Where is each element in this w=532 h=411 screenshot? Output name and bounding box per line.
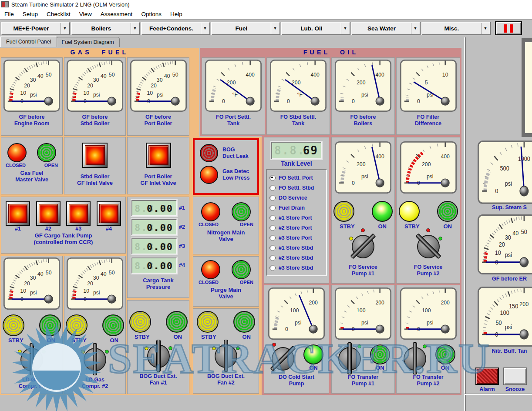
radio-icon[interactable]	[269, 195, 276, 201]
pause-button[interactable]	[495, 21, 522, 35]
svg-text:40: 40	[512, 230, 519, 237]
closed-lamp	[201, 202, 220, 221]
svg-text:50: 50	[109, 72, 115, 78]
tank-option[interactable]: FO Settl. Port	[269, 173, 323, 183]
svg-text:0: 0	[495, 187, 498, 194]
cargo-pump-4-button[interactable]	[97, 201, 121, 226]
svg-text:20: 20	[87, 281, 93, 287]
chevron-down-icon[interactable]: ▼	[131, 23, 139, 34]
radio-icon[interactable]	[269, 255, 276, 261]
alarm-button[interactable]	[475, 368, 499, 385]
fo-transfer-pump-1-switch[interactable]	[336, 344, 363, 372]
snooze-button[interactable]	[503, 368, 527, 385]
fuel-oil-panel-lower: 8.8. 69 Tank Level FO Settl. Port FO Set…	[262, 136, 461, 395]
bog-duct-ext-fan-2-switch[interactable]	[212, 342, 239, 370]
tank-option[interactable]: #2 Store Stbd	[269, 253, 323, 263]
combo-lub-oil[interactable]: Lub. Oil▼	[281, 22, 350, 35]
radio-icon[interactable]	[269, 265, 276, 271]
combo-boilers[interactable]: Boilers▼	[71, 22, 140, 35]
on-lamp	[370, 344, 390, 364]
svg-text:5: 5	[424, 80, 428, 86]
combo-misc[interactable]: Misc.▼	[421, 22, 491, 35]
fo-service-pump-1-switch[interactable]	[350, 232, 377, 260]
svg-text:50: 50	[495, 319, 502, 326]
svg-text:10: 10	[147, 90, 153, 96]
tab-fuel-control-panel[interactable]: Fuel Control Panel	[0, 36, 57, 47]
menu-file[interactable]: File	[0, 10, 18, 18]
tank-option[interactable]: #1 Store Port	[269, 213, 323, 223]
tank-option[interactable]: #1 Store Stbd	[269, 243, 323, 253]
cargo-pressure-display-3: 8.8.80.00	[131, 238, 177, 254]
fo-service-pump-2-cell: 0200400psi STBY ON FO Service Pump #2	[396, 137, 460, 284]
fo-transfer-pump-2-gauge: 0100200psi	[400, 287, 457, 342]
svg-text:150: 150	[509, 303, 518, 310]
tank-option[interactable]: Fuel Drain	[269, 203, 323, 213]
chevron-down-icon[interactable]: ▼	[411, 23, 419, 34]
gas-fuel-master-valve-cell: CLOSED OPEN Gas Fuel Master Valve	[1, 137, 63, 194]
chevron-down-icon[interactable]: ▼	[481, 23, 489, 34]
gas-fuel-header: GAS FUEL	[0, 49, 199, 56]
svg-text:10: 10	[84, 288, 90, 294]
svg-text:1000: 1000	[518, 155, 530, 162]
radio-icon[interactable]	[269, 215, 276, 221]
combo-me-e-power[interactable]: ME+E-Power▼	[1, 22, 70, 35]
svg-text:100: 100	[422, 307, 431, 314]
tab-fuel-system-diagram[interactable]: Fuel System Diagram	[56, 37, 120, 47]
svg-text:40: 40	[37, 73, 44, 79]
chevron-down-icon[interactable]: ▼	[201, 23, 209, 34]
fo-before-boilers-gauge: 0200400psi	[334, 59, 392, 114]
purge-main-valve-cell: CLOSED OPEN Purge Main Valve	[193, 256, 259, 307]
window-title: Steam Turbine Simulator 2 LNG (OLM Versi…	[11, 1, 130, 8]
fo-before-boilers-cell: 0200400psi FO before Boilers	[331, 57, 395, 135]
gf-before-stbd-boiler-gauge: 01020304050psi	[66, 59, 124, 114]
fo-transfer-pump-1-gauge: 0100200psi	[334, 287, 392, 342]
radio-icon[interactable]	[269, 175, 276, 181]
radio-icon[interactable]	[269, 235, 276, 241]
svg-text:30: 30	[505, 234, 511, 241]
menu-checklist[interactable]: Checklist	[42, 10, 75, 18]
svg-text:40: 40	[101, 271, 107, 277]
svg-text:psi: psi	[156, 92, 163, 98]
radio-icon[interactable]	[269, 185, 276, 191]
radio-icon[interactable]	[269, 245, 276, 251]
svg-text:10: 10	[84, 90, 90, 96]
port-boiler-gf-inlet-valve-cell: Port Boiler GF Inlet Valve	[127, 137, 189, 194]
fo-service-pump-2-switch[interactable]	[415, 232, 442, 260]
cargo-pump-1-button[interactable]	[6, 201, 30, 226]
chevron-down-icon[interactable]: ▼	[271, 23, 279, 34]
chevron-down-icon[interactable]: ▼	[341, 23, 349, 34]
fo-transfer-pump-2-switch[interactable]	[401, 344, 428, 372]
chevron-down-icon[interactable]: ▼	[61, 23, 69, 34]
combo-fuel[interactable]: Fuel▼	[211, 22, 280, 35]
svg-text:0: 0	[285, 326, 288, 332]
tank-option[interactable]: #3 Store Port	[269, 233, 323, 243]
menu-help[interactable]: Help	[166, 10, 187, 18]
ld-gas-compr-2-switch[interactable]	[81, 345, 108, 373]
stby-lamp	[399, 201, 420, 222]
cargo-pump-2-button[interactable]	[36, 201, 61, 226]
on-lamp	[39, 314, 61, 336]
bog-duct-ext-fan-1-switch[interactable]	[145, 342, 172, 370]
radio-icon[interactable]	[269, 225, 276, 231]
ld-gas-compr-2-cell: 01020304050psi STBY ON LD Gas Compr. #2	[64, 256, 126, 394]
menu-options[interactable]: Options	[137, 10, 166, 18]
radio-icon[interactable]	[269, 205, 276, 211]
tank-option[interactable]: #2 Store Port	[269, 223, 323, 233]
combo-feed-condens[interactable]: Feed+Condens.▼	[141, 22, 210, 35]
svg-text:°F: °F	[232, 92, 238, 98]
app-icon	[1, 1, 9, 7]
do-cold-start-pump-switch[interactable]	[269, 344, 296, 372]
menu-assessment[interactable]: Assessment	[96, 10, 137, 18]
tank-option[interactable]: #3 Store Stbd	[269, 263, 323, 273]
tank-option[interactable]: FO Settl. Stbd	[269, 183, 323, 193]
stbd-inlet-valve-button[interactable]	[82, 143, 108, 168]
menu-setup[interactable]: Setup	[18, 10, 42, 18]
tank-option[interactable]: DO Service	[269, 193, 323, 203]
ld-gas-compr-1-switch[interactable]	[18, 345, 45, 373]
combo-sea-water[interactable]: Sea Water▼	[351, 22, 421, 35]
menu-view[interactable]: View	[75, 10, 96, 18]
cargo-pump-3-button[interactable]	[66, 201, 91, 226]
fo-service-pump-1-cell: 0200400psi STBY ON FO Service Pump #1	[331, 137, 395, 284]
port-inlet-valve-button[interactable]	[146, 143, 171, 168]
stby-lamp	[3, 314, 24, 336]
